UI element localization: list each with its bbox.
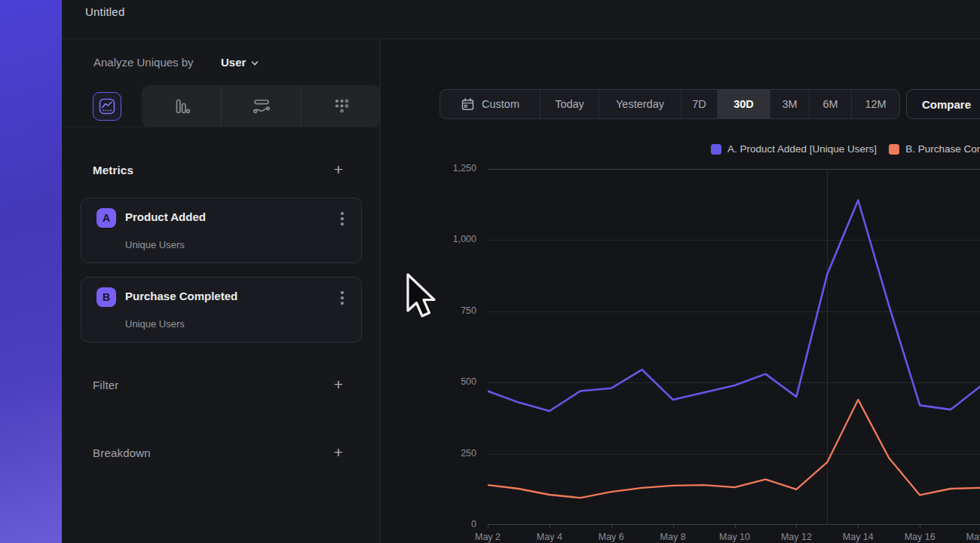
- app-window: Untitled Analyze Uniques by User: [0, 0, 980, 543]
- tab-line-chart[interactable]: [93, 92, 121, 121]
- grid-dots-icon: [332, 97, 351, 116]
- x-tick-label: May 14: [834, 532, 882, 542]
- legend-swatch: [889, 144, 899, 155]
- analyze-by-value: User: [221, 56, 246, 69]
- legend-item[interactable]: A. Product Added [Unique Users]: [711, 143, 877, 155]
- range-button-label: 3M: [782, 98, 797, 110]
- range-button-custom[interactable]: Custom: [440, 90, 540, 118]
- metric-options-icon[interactable]: •••: [335, 210, 349, 227]
- range-button-label: Yesterday: [616, 98, 664, 110]
- legend-label: A. Product Added [Unique Users]: [727, 143, 877, 155]
- metric-badge-a: A: [96, 208, 116, 228]
- chart-legend: A. Product Added [Unique Users]B. Purcha…: [711, 143, 980, 155]
- x-tick-label: May 18: [957, 532, 980, 542]
- x-tick-label: May 6: [587, 532, 635, 542]
- calendar-icon: [461, 97, 475, 112]
- tab-flow-chart[interactable]: [221, 85, 301, 127]
- query-sidebar: Analyze Uniques by User: [62, 39, 381, 543]
- chart-series-svg: [488, 169, 980, 525]
- x-tick-label: May 16: [896, 532, 944, 542]
- x-tick-label: May 2: [464, 532, 512, 542]
- metrics-section-title: Metrics: [93, 164, 133, 176]
- x-tick-label: May 8: [649, 532, 697, 542]
- filter-section-label: Filter: [93, 379, 119, 391]
- legend-swatch: [711, 144, 721, 155]
- x-tick-label: May 10: [711, 532, 759, 542]
- range-button-label: Custom: [482, 98, 519, 110]
- series-line-b: [488, 400, 980, 498]
- chart-type-tabs: [62, 85, 381, 127]
- range-button-label: Today: [555, 98, 584, 110]
- range-button-7d[interactable]: 7D: [681, 90, 717, 118]
- range-button-today[interactable]: Today: [540, 90, 599, 118]
- add-breakdown-button[interactable]: +: [330, 445, 347, 462]
- metric-name: Product Added: [125, 210, 206, 223]
- range-button-3m[interactable]: 3M: [770, 90, 809, 118]
- y-tick-label: 1,000: [431, 234, 476, 244]
- range-button-label: 12M: [865, 98, 886, 110]
- metric-name: Purchase Completed: [125, 290, 237, 302]
- y-tick-label: 0: [431, 519, 476, 529]
- analyze-by-row: Analyze Uniques by User: [62, 39, 381, 85]
- breakdown-section-label: Breakdown: [93, 446, 151, 459]
- metric-card-b[interactable]: B Purchase Completed ••• Unique Users: [81, 277, 362, 342]
- x-tick-label: May 4: [525, 532, 574, 542]
- range-button-label: 7D: [692, 98, 706, 110]
- series-line-a: [488, 201, 980, 412]
- tab-bar-chart[interactable]: [142, 85, 221, 127]
- compare-button[interactable]: Compare: [906, 89, 980, 119]
- y-tick-label: 750: [431, 305, 476, 316]
- metric-measure: Unique Users: [125, 318, 185, 330]
- analyze-by-label: Analyze Uniques by: [93, 56, 194, 69]
- range-button-label: 30D: [733, 98, 754, 110]
- legend-label: B. Purchase Completed [Unique Users]: [905, 143, 980, 155]
- chart-panel: CustomTodayYesterday7D30D3M6M12M Compare…: [381, 39, 980, 543]
- chevron-down-icon: [251, 60, 259, 67]
- chart-type-tab-strip: [142, 85, 381, 127]
- left-gradient-panel: [0, 0, 62, 543]
- metric-measure: Unique Users: [125, 239, 185, 250]
- date-range-segmented-control: CustomTodayYesterday7D30D3M6M12M: [439, 89, 900, 119]
- analyze-by-dropdown[interactable]: User: [221, 56, 259, 69]
- x-tick-label: May 12: [772, 532, 820, 542]
- flow-chart-icon: [251, 97, 272, 116]
- range-button-label: 6M: [822, 98, 838, 110]
- range-button-6m[interactable]: 6M: [809, 90, 851, 118]
- range-button-12m[interactable]: 12M: [851, 90, 899, 118]
- bar-chart-icon: [172, 97, 191, 116]
- app-header: Untitled: [62, 0, 980, 39]
- add-filter-button[interactable]: +: [330, 377, 347, 394]
- range-button-yesterday[interactable]: Yesterday: [599, 90, 681, 118]
- metric-options-icon[interactable]: •••: [335, 290, 349, 306]
- line-chart-icon: [99, 98, 115, 115]
- metric-badge-b: B: [96, 287, 116, 307]
- analytics-app: Untitled Analyze Uniques by User: [62, 0, 980, 543]
- range-button-30d[interactable]: 30D: [717, 90, 770, 118]
- y-tick-label: 1,250: [431, 163, 476, 173]
- y-tick-label: 250: [431, 448, 476, 459]
- tab-grid-dots-chart[interactable]: [301, 85, 381, 127]
- add-metric-button[interactable]: +: [330, 162, 347, 179]
- y-tick-label: 500: [431, 376, 476, 387]
- legend-item[interactable]: B. Purchase Completed [Unique Users]: [889, 143, 980, 155]
- metric-card-a[interactable]: A Product Added ••• Unique Users: [81, 198, 362, 263]
- document-title[interactable]: Untitled: [85, 5, 124, 18]
